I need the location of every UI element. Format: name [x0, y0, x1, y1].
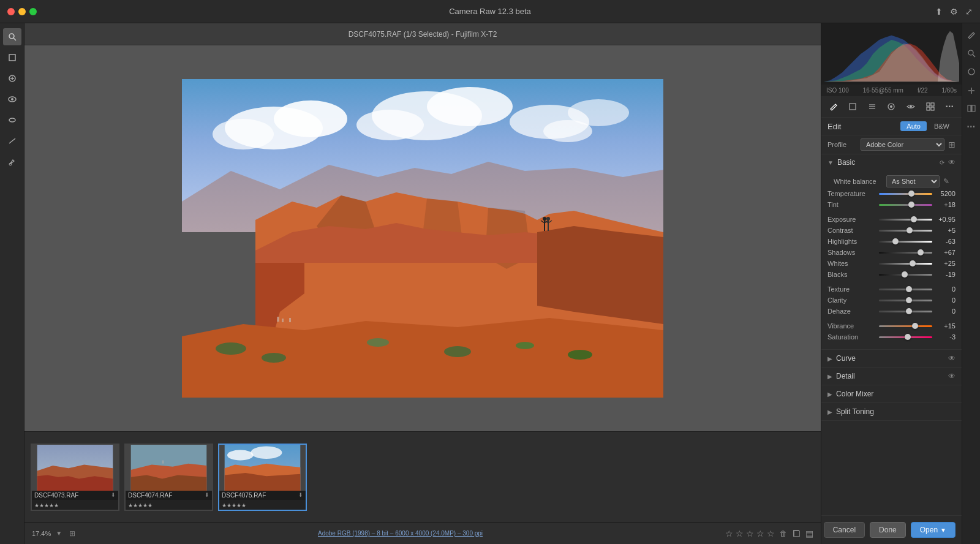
- wb-label: White balance: [834, 178, 883, 185]
- star-2[interactable]: ☆: [736, 529, 744, 538]
- maximize-button[interactable]: [29, 8, 37, 15]
- star-1[interactable]: ☆: [725, 529, 733, 538]
- tool-brush[interactable]: [3, 153, 21, 170]
- expand-icon[interactable]: ⤢: [965, 7, 973, 17]
- thumb-stars[interactable]: ★★★★★: [34, 502, 59, 508]
- open-button[interactable]: Open ▼: [911, 522, 956, 538]
- star-4[interactable]: ☆: [756, 529, 764, 538]
- temperature-value: 5200: [935, 190, 956, 197]
- curve-section[interactable]: ▶ Curve 👁: [821, 350, 962, 368]
- eye-icon[interactable]: [904, 100, 918, 113]
- thumb-icon: ⬇: [298, 492, 303, 498]
- color-mixer-title: Color Mixer: [836, 390, 873, 398]
- star-3[interactable]: ☆: [746, 529, 754, 538]
- settings-icon[interactable]: ⚙: [950, 7, 958, 17]
- shadows-label: Shadows: [827, 249, 876, 256]
- done-button[interactable]: Done: [870, 522, 906, 538]
- svg-rect-60: [968, 105, 971, 111]
- filmstrip-item[interactable]: DSCF4074.RAF ⬇ ★★★★★: [124, 444, 213, 511]
- filmstrip-toggle-icon[interactable]: ▤: [805, 529, 813, 538]
- share-icon[interactable]: ⬆: [935, 7, 943, 17]
- temperature-label: Temperature: [827, 190, 876, 197]
- temperature-slider[interactable]: [879, 193, 932, 195]
- edit-tabs: Auto B&W: [900, 121, 956, 131]
- tab-bw[interactable]: B&W: [928, 121, 956, 131]
- right-compare-icon[interactable]: [965, 102, 978, 115]
- right-edit-icon[interactable]: [965, 28, 978, 42]
- contrast-label: Contrast: [827, 227, 876, 234]
- contrast-slider[interactable]: [879, 230, 932, 232]
- contrast-row: Contrast +5: [827, 227, 956, 234]
- detail-visibility-icon[interactable]: 👁: [948, 372, 956, 380]
- vibrance-row: Vibrance +15: [827, 322, 956, 330]
- crop-tool-icon[interactable]: [846, 100, 859, 113]
- grid-view-icon[interactable]: [924, 100, 937, 113]
- texture-slider[interactable]: [879, 289, 932, 290]
- tool-radial[interactable]: [3, 111, 21, 129]
- image-viewer[interactable]: [24, 45, 821, 431]
- clarity-slider[interactable]: [879, 300, 932, 301]
- svg-point-50: [890, 105, 892, 108]
- filmstrip-item[interactable]: DSCF4073.RAF ⬇ ★★★★★: [31, 444, 119, 511]
- right-zoom-icon[interactable]: [965, 47, 978, 60]
- star-5[interactable]: ☆: [767, 529, 775, 538]
- geometry-icon[interactable]: [865, 100, 879, 113]
- open-dropdown-icon[interactable]: ▼: [940, 527, 946, 534]
- texture-value: 0: [935, 285, 956, 293]
- cancel-button[interactable]: Cancel: [824, 522, 865, 538]
- filmstrip-item-selected[interactable]: DSCF4075.RAF ⬇ ★★★★★: [218, 444, 307, 511]
- tool-graduated[interactable]: [3, 132, 21, 149]
- svg-point-21: [216, 342, 246, 355]
- saturation-slider[interactable]: [879, 336, 932, 338]
- profile-select[interactable]: Adobe Color Adobe Landscape Adobe Portra…: [861, 138, 944, 151]
- tool-zoom[interactable]: [3, 28, 21, 45]
- right-more-icon[interactable]: ⋯: [965, 120, 978, 134]
- minimize-button[interactable]: [18, 8, 26, 15]
- exposure-slider[interactable]: [879, 219, 932, 221]
- svg-line-1: [13, 38, 16, 40]
- delete-icon[interactable]: 🗑: [780, 529, 787, 538]
- basic-section-header[interactable]: ▼ Basic ⟳ 👁: [821, 154, 962, 170]
- blacks-slider[interactable]: [879, 274, 932, 276]
- right-color-icon[interactable]: [965, 65, 978, 78]
- tab-auto[interactable]: Auto: [900, 121, 927, 131]
- iso-value: ISO 100: [826, 87, 849, 94]
- wb-select[interactable]: As Shot Auto Daylight Cloudy Custom: [886, 175, 940, 187]
- right-heal-icon[interactable]: [965, 83, 978, 97]
- vibrance-slider[interactable]: [879, 325, 932, 327]
- tool-red-eye[interactable]: [3, 91, 21, 108]
- visibility-icon[interactable]: 👁: [948, 158, 956, 167]
- wb-edit-icon[interactable]: ✎: [943, 177, 949, 186]
- compare-icon[interactable]: ⧠: [792, 529, 801, 538]
- whites-label: Whites: [827, 260, 876, 267]
- grid-icon[interactable]: ⊞: [69, 529, 75, 538]
- svg-point-23: [367, 338, 389, 347]
- rating-stars[interactable]: ☆ ☆ ☆ ☆ ☆ 🗑: [725, 529, 787, 538]
- filmstrip: DSCF4073.RAF ⬇ ★★★★★: [24, 431, 821, 522]
- highlights-slider[interactable]: [879, 241, 932, 243]
- thumb-stars[interactable]: ★★★★★: [128, 502, 153, 508]
- tint-row: Tint +18: [827, 201, 956, 208]
- thumb-stars[interactable]: ★★★★★: [222, 502, 246, 508]
- split-toning-section[interactable]: ▶ Split Toning: [821, 403, 962, 421]
- edit-tool-icon[interactable]: [827, 100, 840, 113]
- action-buttons: Cancel Done Open ▼: [821, 515, 962, 544]
- tool-crop[interactable]: [3, 49, 21, 66]
- detail-section[interactable]: ▶ Detail 👁: [821, 368, 962, 385]
- svg-point-7: [11, 98, 13, 100]
- tool-heal[interactable]: [3, 70, 21, 87]
- more-options-icon[interactable]: ···: [943, 100, 956, 113]
- close-button[interactable]: [7, 8, 15, 15]
- tint-slider[interactable]: [879, 204, 932, 206]
- curve-visibility-icon[interactable]: 👁: [948, 354, 956, 363]
- auto-icon[interactable]: ⟳: [940, 159, 944, 166]
- thumb-label: DSCF4073.RAF ⬇: [32, 491, 118, 500]
- profile-grid-icon[interactable]: ⊞: [948, 140, 956, 149]
- whites-slider[interactable]: [879, 263, 932, 265]
- color-mixer-section[interactable]: ▶ Color Mixer: [821, 385, 962, 403]
- titlebar-right-icons: ⬆ ⚙ ⤢: [935, 7, 973, 17]
- dehaze-slider[interactable]: [879, 311, 932, 312]
- zoom-dropdown-icon[interactable]: ▼: [56, 530, 62, 537]
- mask-icon[interactable]: [884, 100, 898, 113]
- shadows-slider[interactable]: [879, 252, 932, 254]
